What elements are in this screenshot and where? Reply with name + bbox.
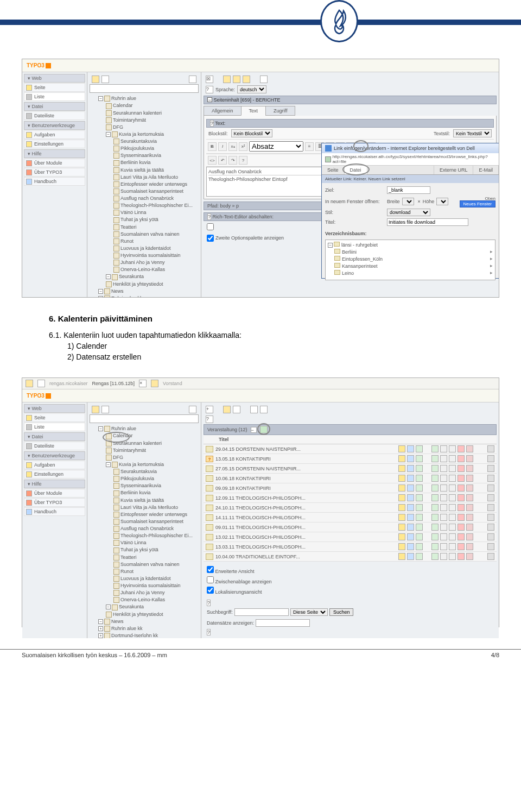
tree-node[interactable]: Sysseminaarikuvia [90,152,199,159]
info-icon[interactable] [407,455,414,462]
tree2-refresh-icon[interactable] [189,406,196,413]
edit-icon[interactable] [398,475,405,482]
table-row[interactable]: 09.09.18 KONTAKTIPIIRI [204,483,497,493]
view-icon[interactable] [416,533,423,540]
suchen-button[interactable]: Suchen [329,608,354,616]
delete-row-icon[interactable] [466,504,473,511]
up-icon[interactable] [440,524,447,531]
tree-node[interactable]: Onerva-Leino-Kallas [90,266,199,273]
ld-ziel-input[interactable] [387,186,430,194]
up-icon[interactable] [440,533,447,540]
sidebar2-seite[interactable]: Seite [24,413,85,422]
tree2-filter-icon[interactable] [101,406,109,413]
tree-root[interactable]: −Ruhrin alue [90,425,199,432]
move-icon[interactable] [431,484,439,492]
view-icon[interactable] [416,524,423,531]
ld-titel-input[interactable] [387,218,468,226]
info-icon[interactable] [407,504,414,511]
hide-icon[interactable] [458,504,465,511]
tree-node[interactable]: Onerva-Leino-Kallas [90,596,199,603]
dup-icon[interactable] [487,494,494,501]
info-icon[interactable] [407,465,414,472]
table-row[interactable]: 14.11.11 THEOLOGISCH-PHILOSOPH... [204,513,497,523]
tree-node[interactable]: Kuvia sieltä ja täältä [90,167,199,174]
ld-tree-item[interactable]: Eintopfessen_Köln▸ [327,255,494,262]
tree-node[interactable]: Runot [90,568,199,575]
new-record-icon[interactable]: + [206,406,213,413]
view-icon[interactable] [416,553,423,560]
move-icon[interactable] [431,494,439,501]
table-row[interactable]: 10.06.18 KONTAKTIPIIRI [204,474,497,483]
delete-row-icon[interactable] [466,494,473,501]
move-icon[interactable] [431,524,439,531]
tree2-new-icon[interactable] [92,406,99,413]
daten-input[interactable] [256,619,310,627]
sidebar-liste[interactable]: Liste [24,92,85,101]
help-icon-2[interactable]: ? [206,416,213,423]
tree-root[interactable]: −Ruhrin alue [90,95,199,102]
hide-icon[interactable] [458,455,465,462]
redo-icon[interactable]: ↷ [228,156,237,165]
move-icon[interactable] [431,553,439,560]
sidebar2-handbuch[interactable]: Handbuch [24,507,85,516]
sidebar-datei-head[interactable]: ▾ Datei [24,102,85,111]
tree-node[interactable]: Väinö Linna [90,539,199,546]
tree-node[interactable]: Luovuus ja kädentaidot [90,245,199,252]
tree-node[interactable]: Theologisch-Philosophischer Ei... [90,202,199,209]
table-row[interactable]: 13.02.11 THEOLOGISCH-PHILOSOPH... [204,532,497,542]
ld-tab-externe[interactable]: Externe URL [434,166,474,174]
hide-icon[interactable] [458,543,465,550]
html-icon[interactable]: <> [208,156,217,165]
tree-node[interactable]: +Ruhrin alue kk [90,295,199,298]
help-icon-3[interactable]: ? [207,600,211,606]
view-icon[interactable] [416,455,423,462]
edit-icon[interactable] [398,465,405,472]
edit-icon[interactable] [398,514,405,521]
table-row[interactable]: 24.10.11 THEOLOGISCH-PHILOSOPH... [204,503,497,513]
such-scope-select[interactable]: Diese Seite [290,608,328,616]
sidebar-dateiliste[interactable]: Dateiliste [24,111,85,120]
such-input[interactable] [234,608,289,616]
hide-icon[interactable] [458,484,465,492]
tree-node[interactable]: +Ruhrin alue kk [90,625,199,632]
sidebar2-typo3[interactable]: Über TYPO3 [24,498,85,507]
down-icon[interactable] [449,543,456,550]
dup-icon[interactable] [487,524,494,531]
refresh-icon[interactable] [260,406,268,413]
dup-icon[interactable] [487,475,494,482]
tree-node[interactable]: Berliinin kuvia [90,159,199,166]
sidebar-benutzer-head[interactable]: ▾ Benutzerwerkzeuge [24,121,85,130]
delete-row-icon[interactable] [466,514,473,521]
tree-node[interactable]: Sysseminaarikuvia [90,482,199,489]
tree-node[interactable]: Teatteri [90,224,199,231]
textstil-select[interactable]: Kein Textstil [453,129,492,137]
tree-node[interactable]: Suomalaiset kansanperinteet [90,188,199,195]
table-row[interactable]: 29.04.15 DORSTENIN NAISTENPIIR... [204,444,497,454]
table-row[interactable]: 09.01.11 THEOLOGISCH-PHILOSOPH... [204,523,497,532]
dup-icon[interactable] [487,465,494,472]
view-icon[interactable] [416,445,423,452]
tab-zugriff[interactable]: Zugriff [265,106,295,116]
help-icon[interactable]: ? [206,86,213,93]
save-icon[interactable] [223,75,231,83]
edit-icon[interactable] [398,504,405,511]
tree-node[interactable]: −Kuvia ja kertomuksia [90,131,199,138]
tree-node[interactable]: Seurakuntakuvia [90,468,199,475]
info-icon[interactable] [407,514,414,521]
edit-icon[interactable] [398,553,405,560]
bold-button[interactable]: B [208,142,217,151]
ld-tab-seite[interactable]: Seite [322,166,345,174]
tree-node[interactable]: Ausflug nach Osnabrück [90,525,199,532]
view-icon[interactable] [416,475,423,482]
up-icon[interactable] [440,465,447,472]
sidebar2-dateiliste[interactable]: Dateiliste [24,442,85,450]
ld-tree-item[interactable]: Kansanperinteet▸ [327,262,494,269]
zwischen-checkbox[interactable]: Zwischenablage anzeigen [207,575,493,586]
delete-row-icon[interactable] [466,455,473,462]
tree-node[interactable]: Teatteri [90,554,199,561]
tree-node[interactable]: −Kuvia ja kertomuksia [90,461,199,468]
move-icon[interactable] [431,475,439,482]
delete-row-icon[interactable] [466,543,473,550]
info-icon[interactable] [407,533,414,540]
tab-text[interactable]: Text [241,106,266,116]
